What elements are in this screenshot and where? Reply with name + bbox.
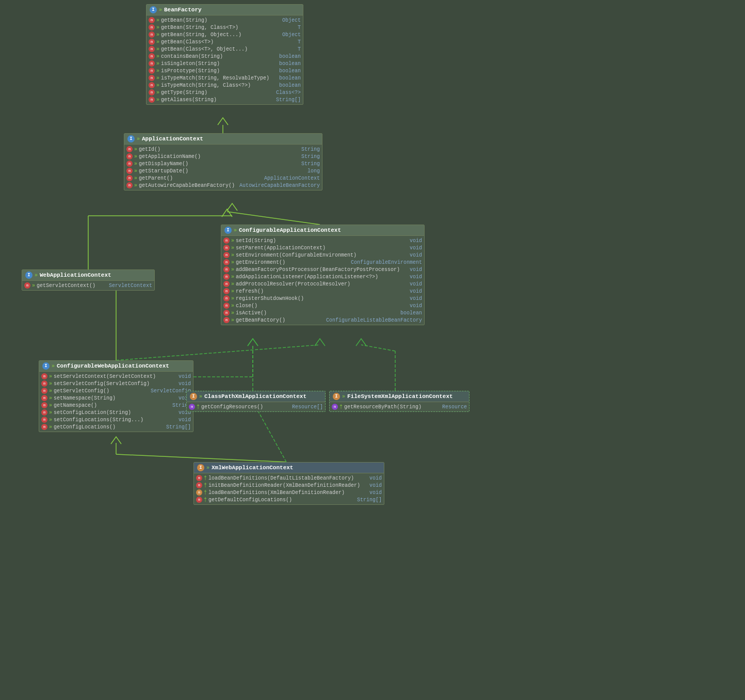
interface-icon-fsxml: I [333,393,340,400]
arrow-fsxml: » [342,394,345,400]
wac-m-getsc: m » getServletContext() ServletContext [22,282,154,289]
cwac-m-setscfg: m » setServletConfig(ServletConfig) void [39,380,193,387]
arrow-cac: » [234,228,237,233]
m-icon-12: m [149,97,155,103]
configurableapplicationcontext-box: I » ConfigurableApplicationContext m » s… [221,225,425,325]
arrow-cpxml: » [199,394,202,400]
method-getautowire: m » getAutowireCapableBeanFactory() Auto… [124,182,322,189]
cwac-m-getcls: m » getConfigLocations() String[] [39,423,193,431]
applicationcontext-title: ApplicationContext [142,136,203,142]
beanfactory-methods: m » getBean(String) Object m » getBean(S… [147,15,303,104]
cac-icon-12: m [223,317,230,323]
xmlwebapplicationcontext-box: I » XmlWebApplicationContext m † loadBea… [193,462,384,505]
m-icon-9: m [149,75,155,81]
m-icon-1: m [149,17,155,23]
cac-icon-7: m [223,281,230,287]
xwac-title: XmlWebApplicationContext [212,465,293,471]
cac-m-addal: m » addApplicationListener(ApplicationLi… [221,273,424,280]
cac-title: ConfigurableApplicationContext [239,227,341,233]
webapplicationcontext-box: I » WebApplicationContext m » getServlet… [22,269,155,291]
cwac-icon-4: m [41,395,47,401]
arrow-bf: » [159,7,162,13]
m-icon-4: m [149,39,155,45]
m-icon-7: m [149,60,155,67]
cac-m-addbfpp: m » addBeanFactoryPostProcessor(BeanFact… [221,266,424,273]
cwac-icon-8: m [41,424,47,430]
applicationcontext-header: I » ApplicationContext [124,134,322,145]
cwac-icon-7: m [41,417,47,423]
arrow-ac: » [137,136,140,142]
cwac-icon-5: m [41,402,47,408]
svg-line-1 [227,212,320,225]
arrow-cwac: » [52,363,55,369]
cwac-m-setsc: m » setServletContext(ServletContext) vo… [39,373,193,380]
connectors-svg [0,0,745,700]
m-icon-8: m [149,68,155,74]
interface-icon-ac: I [127,135,135,142]
cac-icon-11: m [223,310,230,316]
wac-methods: m » getServletContext() ServletContext [22,281,154,290]
cac-m-setparent: m » setParent(ApplicationContext) void [221,244,424,251]
xwac-m-getdcl: m † getDefaultConfigLocations() String[] [194,496,384,503]
m-icon-6: m [149,53,155,59]
method-getdisplayname: m » getDisplayName() String [124,160,322,167]
cwac-m-setcls: m » setConfigLocations(String...) void [39,416,193,423]
cac-icon-4: m [223,259,230,265]
m-icon-10: m [149,82,155,88]
cac-icon-1: m [223,237,230,244]
method-getparent: m » getParent() ApplicationContext [124,174,322,182]
cwac-methods: m » setServletContext(ServletContext) vo… [39,372,193,432]
interface-icon-bf: I [150,6,157,13]
cac-m-close: m » close() void [221,302,424,309]
cac-m-isactive: m » isActive() boolean [221,309,424,316]
xwac-icon-1: m [196,475,202,481]
cac-header: I » ConfigurableApplicationContext [221,225,424,236]
xwac-icon-3: m [196,489,202,496]
arrow-wac: » [35,273,38,278]
ac-m-1: m [126,146,133,152]
cac-icon-6: m [223,274,230,280]
interface-icon-cpxml: I [190,393,197,400]
cwac-m-setns: m » setNamespace(String) void [39,394,193,402]
xwac-m-initbdr: m † initBeanDefinitionReader(XmlBeanDefi… [194,482,384,489]
cwac-m-setcl: m » setConfigLocation(String) void [39,409,193,416]
cac-m-setenv: m » setEnvironment(ConfigurableEnvironme… [221,251,424,259]
cwac-header: I » ConfigurableWebApplicationContext [39,361,193,372]
method-getbean-string: m » getBean(String) Object [147,17,303,24]
interface-icon-cwac: I [42,362,50,370]
cac-icon-8: m [223,288,230,294]
svg-line-9 [361,345,395,351]
beanfactory-header: I » BeanFactory [147,5,303,15]
method-getbean-class: m » getBean(Class<T>) T [147,38,303,45]
wac-header: I » WebApplicationContext [22,270,154,281]
fsxml-header: I » FileSystemXmlApplicationContext [330,391,469,402]
xwac-header: I » XmlWebApplicationContext [194,463,384,473]
filesystemxml-box: I » FileSystemXmlApplicationContext m † … [329,391,469,412]
cac-icon-3: m [223,252,230,258]
cpxml-header: I » ClassPathXmlApplicationContext [187,391,325,402]
method-gettype: m » getType(String) Class<?> [147,89,303,96]
cac-icon-2: m [223,245,230,251]
configurablewebapplicationcontext-box: I » ConfigurableWebApplicationContext m … [39,360,193,432]
cpxml-icon-1: m [189,404,195,410]
fsxml-m-getrbp: m † getResourceByPath(String) Resource [330,403,469,410]
m-icon-11: m [149,89,155,96]
interface-icon-cac: I [224,227,232,234]
m-icon-2: m [149,24,155,30]
ac-m-2: m [126,153,133,160]
method-istypematch-class: m » isTypeMatch(String, Class<?>) boolea… [147,82,303,89]
method-istypematch-res: m » isTypeMatch(String, ResolvableType) … [147,74,303,82]
method-getid: m » getId() String [124,146,322,153]
cwac-icon-6: m [41,409,47,416]
method-containsbean: m » containsBean(String) boolean [147,53,303,60]
cwac-icon-1: m [41,373,47,379]
diagram-area: I » BeanFactory m » getBean(String) Obje… [0,0,745,700]
method-getaliases: m » getAliases(String) String[] [147,96,303,103]
cac-methods: m » setId(String) void m » setParent(App… [221,236,424,325]
wac-icon-1: m [24,282,30,289]
ac-m-3: m [126,161,133,167]
method-getbean-string-class: m » getBean(String, Class<T>) T [147,24,303,31]
cac-m-addpr: m » addProtocolResolver(ProtocolResolver… [221,280,424,288]
cwac-title: ConfigurableWebApplicationContext [57,363,169,369]
interface-icon-xwac: I [197,464,204,471]
